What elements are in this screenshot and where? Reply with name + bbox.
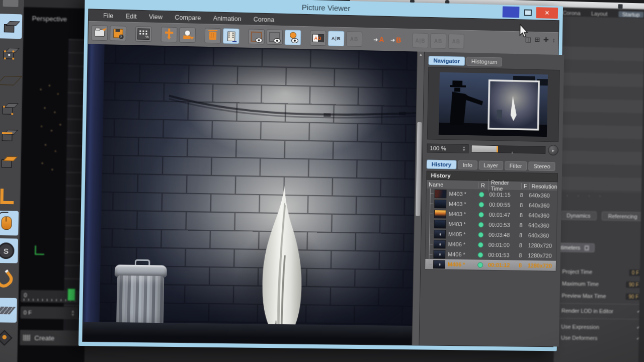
set-as-a-button[interactable]: ➔A xyxy=(371,32,386,47)
history-tabs: History Info Layer Filter Stereo xyxy=(427,160,558,171)
zoom-slider-handle[interactable] xyxy=(497,146,498,152)
edges-mode-icon[interactable] xyxy=(0,122,20,147)
polygons-mode-icon[interactable] xyxy=(0,149,20,174)
menu-compare[interactable]: Compare xyxy=(175,14,201,21)
set-as-b-button[interactable]: ➔B xyxy=(388,33,404,47)
rendered-image[interactable] xyxy=(83,44,417,345)
snap-icon[interactable]: S xyxy=(0,238,18,263)
remove-from-history-icon[interactable] xyxy=(223,28,239,44)
scroll-up-icon[interactable]: ▲ xyxy=(418,53,424,56)
object-manager-rows xyxy=(556,46,644,193)
play-button[interactable]: ▸ xyxy=(548,145,558,155)
navigator-thumbnail[interactable] xyxy=(439,72,548,137)
menu-item[interactable]: Layout xyxy=(591,11,608,17)
viewport-label: Perspective xyxy=(32,15,67,23)
timeline-playhead[interactable] xyxy=(67,289,75,301)
history-row-selected[interactable]: M406 * 00:01:128 644x362 xyxy=(425,259,556,271)
frame-stepper[interactable]: ▲▼ xyxy=(71,310,75,317)
tab-referencing[interactable]: Referencing xyxy=(602,212,644,221)
status-dot xyxy=(478,212,484,217)
tab-histogram[interactable]: Histogram xyxy=(466,57,503,67)
menu-corona[interactable]: Corona xyxy=(254,16,274,23)
layout-selector[interactable]: Startup xyxy=(618,11,643,18)
workplane-lock-icon[interactable] xyxy=(0,298,17,323)
status-dot xyxy=(478,242,484,247)
texture-mode-icon[interactable] xyxy=(0,40,22,65)
status-dot xyxy=(477,252,483,257)
frame-value: 0 F xyxy=(24,309,32,315)
show-image-a-icon[interactable] xyxy=(248,29,265,44)
navigator-tabs: Navigator Histogram xyxy=(428,56,560,68)
fit-to-view-icon[interactable] xyxy=(179,27,196,43)
compare-ab-icon[interactable] xyxy=(285,30,301,45)
menu-view[interactable]: View xyxy=(149,13,163,21)
scale-window-icon[interactable]: ↕ xyxy=(552,37,556,44)
workplane-icon[interactable] xyxy=(0,68,21,93)
ab-side-by-side-icon[interactable]: AB xyxy=(310,30,327,46)
maximum-time-field[interactable]: Maximum Time 90 F xyxy=(562,279,642,289)
ab-wipe-icon[interactable]: A|B xyxy=(328,31,345,46)
create-label: Create xyxy=(34,334,54,342)
picture-viewer-window: Picture Viewer ✕ File Edit View Compare … xyxy=(78,0,563,351)
show-image-b-icon[interactable] xyxy=(267,29,283,45)
chevron-down-icon: ▾ xyxy=(584,245,589,250)
zoom-stepper[interactable]: ▲▼ xyxy=(462,145,466,151)
zoom-slider[interactable] xyxy=(471,145,545,154)
delete-render-icon[interactable] xyxy=(205,28,221,43)
open-file-icon[interactable] xyxy=(91,25,108,41)
layout-ab-2-icon[interactable]: AB xyxy=(430,33,446,49)
status-dot xyxy=(477,262,483,267)
menu-animation[interactable]: Animation xyxy=(213,15,242,23)
close-button[interactable]: ✕ xyxy=(536,7,558,19)
menu-edit[interactable]: Edit xyxy=(125,13,136,20)
use-deformers-toggle[interactable]: Use Deformers ✓ xyxy=(561,334,641,342)
axis-mode-icon[interactable] xyxy=(0,184,19,209)
layout-ab-3-icon[interactable]: AB xyxy=(448,34,464,49)
maximize-button[interactable] xyxy=(522,7,533,18)
project-time-field[interactable]: Project Time 0 F xyxy=(562,267,642,277)
minimize-button[interactable] xyxy=(503,6,520,18)
use-expression-toggle[interactable]: Use Expression ✓ xyxy=(561,323,641,331)
save-icon[interactable] xyxy=(110,26,126,41)
model-mode-icon[interactable] xyxy=(0,14,22,39)
scene-axis-gizmo xyxy=(35,245,44,255)
create-bar[interactable]: Create xyxy=(20,330,82,346)
tab-navigator[interactable]: Navigator xyxy=(428,56,465,66)
magnet-icon[interactable] xyxy=(0,268,18,293)
zoom-row: 100 % ▲▼ ▸ xyxy=(427,142,558,155)
viewport-solo-icon[interactable] xyxy=(0,211,19,236)
preview-max-time-field[interactable]: Preview Max Time 90 F xyxy=(561,291,641,301)
tab-info[interactable]: Info xyxy=(458,160,477,170)
render-lod-toggle[interactable]: Render LOD in Editor ✓ xyxy=(561,307,641,315)
grid-icon xyxy=(23,334,31,340)
tab-history[interactable]: History xyxy=(427,160,456,169)
timeline-zero-label: 0 xyxy=(24,292,27,298)
tab-filter[interactable]: Filter xyxy=(505,161,527,170)
layout-ab-1-icon[interactable]: A|B xyxy=(412,33,428,48)
menu-file[interactable]: File xyxy=(103,12,114,20)
points-mode-icon[interactable] xyxy=(0,96,21,121)
move-window-icon[interactable]: ✚ xyxy=(543,36,549,43)
attribute-icons: · · · · xyxy=(567,193,640,201)
render-thumbnail xyxy=(433,250,445,258)
render-thumbnail xyxy=(434,189,446,198)
zoom-value: 100 % xyxy=(430,145,446,151)
frame-field[interactable]: 0 F ▲▼ xyxy=(20,306,78,319)
menu-item[interactable]: Corona xyxy=(562,10,581,16)
floor xyxy=(83,322,412,345)
timeline-ruler[interactable]: 0 xyxy=(21,290,78,303)
add-pane-icon[interactable]: ⊞ xyxy=(534,36,540,43)
tab-stereo[interactable]: Stereo xyxy=(528,161,555,171)
history-table: Name R Render Time F Resolution M403 * 0… xyxy=(425,180,558,272)
photo-wrapper: V-Ray Bridge MaxToC4D Corona Layout Star… xyxy=(0,0,644,362)
tab-layer[interactable]: Layer xyxy=(478,160,503,170)
zoom-value-field[interactable]: 100 % ▲▼ xyxy=(427,143,469,153)
resize-image-icon[interactable] xyxy=(135,26,152,42)
pan-tool-icon[interactable] xyxy=(0,0,23,14)
tab-dynamics[interactable]: Dynamics xyxy=(560,211,597,220)
move-image-icon[interactable] xyxy=(161,27,178,42)
symmetry-icon[interactable] xyxy=(0,325,17,350)
navigator-panel[interactable] xyxy=(427,67,560,142)
os-icon xyxy=(618,4,623,9)
mouse-cursor xyxy=(518,23,529,38)
